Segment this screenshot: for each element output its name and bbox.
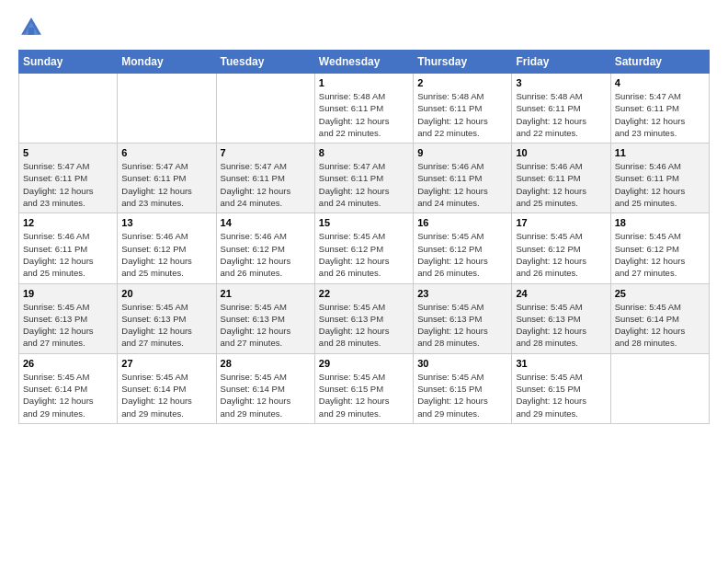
day-info: Sunrise: 5:45 AMSunset: 6:12 PMDaylight:… bbox=[417, 230, 507, 279]
calendar-cell: 12Sunrise: 5:46 AMSunset: 6:11 PMDayligh… bbox=[19, 213, 118, 283]
col-sunday: Sunday bbox=[19, 51, 118, 74]
day-info: Sunrise: 5:48 AMSunset: 6:11 PMDaylight:… bbox=[417, 90, 507, 139]
day-info: Sunrise: 5:48 AMSunset: 6:11 PMDaylight:… bbox=[516, 90, 606, 139]
day-number: 13 bbox=[121, 217, 211, 228]
day-info: Sunrise: 5:45 AMSunset: 6:13 PMDaylight:… bbox=[221, 301, 311, 350]
calendar-cell: 3Sunrise: 5:48 AMSunset: 6:11 PMDaylight… bbox=[512, 74, 610, 144]
day-info: Sunrise: 5:45 AMSunset: 6:13 PMDaylight:… bbox=[121, 301, 211, 350]
calendar-header-row: Sunday Monday Tuesday Wednesday Thursday… bbox=[19, 51, 710, 74]
calendar-week-row: 1Sunrise: 5:48 AMSunset: 6:11 PMDaylight… bbox=[19, 74, 710, 144]
col-friday: Friday bbox=[512, 51, 610, 74]
calendar-cell: 6Sunrise: 5:47 AMSunset: 6:11 PMDaylight… bbox=[118, 144, 216, 213]
day-info: Sunrise: 5:46 AMSunset: 6:11 PMDaylight:… bbox=[417, 160, 507, 209]
calendar-cell: 23Sunrise: 5:45 AMSunset: 6:13 PMDayligh… bbox=[414, 283, 512, 353]
day-info: Sunrise: 5:47 AMSunset: 6:11 PMDaylight:… bbox=[23, 160, 113, 209]
day-info: Sunrise: 5:45 AMSunset: 6:13 PMDaylight:… bbox=[516, 301, 606, 350]
col-monday: Monday bbox=[118, 51, 216, 74]
day-number: 17 bbox=[516, 217, 606, 228]
day-number: 12 bbox=[23, 217, 113, 228]
calendar-table: Sunday Monday Tuesday Wednesday Thursday… bbox=[18, 50, 710, 424]
day-info: Sunrise: 5:47 AMSunset: 6:11 PMDaylight:… bbox=[615, 90, 705, 139]
col-saturday: Saturday bbox=[610, 51, 709, 74]
svg-rect-2 bbox=[28, 28, 34, 35]
day-info: Sunrise: 5:45 AMSunset: 6:12 PMDaylight:… bbox=[615, 230, 705, 279]
calendar-cell: 8Sunrise: 5:47 AMSunset: 6:11 PMDaylight… bbox=[314, 144, 413, 213]
day-info: Sunrise: 5:45 AMSunset: 6:15 PMDaylight:… bbox=[319, 371, 409, 419]
day-info: Sunrise: 5:48 AMSunset: 6:11 PMDaylight:… bbox=[319, 90, 409, 139]
calendar-week-row: 5Sunrise: 5:47 AMSunset: 6:11 PMDaylight… bbox=[19, 144, 710, 213]
calendar-cell: 22Sunrise: 5:45 AMSunset: 6:13 PMDayligh… bbox=[314, 283, 413, 353]
logo bbox=[18, 15, 46, 40]
day-number: 29 bbox=[319, 358, 409, 369]
calendar-cell: 16Sunrise: 5:45 AMSunset: 6:12 PMDayligh… bbox=[414, 213, 512, 283]
day-number: 14 bbox=[221, 217, 311, 228]
day-info: Sunrise: 5:47 AMSunset: 6:11 PMDaylight:… bbox=[221, 160, 311, 209]
calendar-cell: 27Sunrise: 5:45 AMSunset: 6:14 PMDayligh… bbox=[118, 353, 216, 423]
calendar-cell bbox=[216, 74, 314, 144]
calendar-cell: 5Sunrise: 5:47 AMSunset: 6:11 PMDaylight… bbox=[19, 144, 118, 213]
day-number: 23 bbox=[417, 288, 507, 299]
day-number: 1 bbox=[319, 77, 409, 88]
header bbox=[18, 15, 710, 40]
day-number: 18 bbox=[615, 217, 705, 228]
calendar-cell bbox=[19, 74, 118, 144]
calendar-week-row: 12Sunrise: 5:46 AMSunset: 6:11 PMDayligh… bbox=[19, 213, 710, 283]
day-info: Sunrise: 5:45 AMSunset: 6:14 PMDaylight:… bbox=[615, 301, 705, 350]
day-number: 20 bbox=[121, 288, 211, 299]
day-info: Sunrise: 5:46 AMSunset: 6:11 PMDaylight:… bbox=[23, 230, 113, 279]
calendar-cell: 24Sunrise: 5:45 AMSunset: 6:13 PMDayligh… bbox=[512, 283, 610, 353]
calendar-cell: 18Sunrise: 5:45 AMSunset: 6:12 PMDayligh… bbox=[610, 213, 709, 283]
calendar-cell: 10Sunrise: 5:46 AMSunset: 6:11 PMDayligh… bbox=[512, 144, 610, 213]
day-number: 24 bbox=[516, 288, 606, 299]
day-number: 31 bbox=[516, 358, 606, 369]
day-info: Sunrise: 5:46 AMSunset: 6:12 PMDaylight:… bbox=[121, 230, 211, 279]
day-number: 22 bbox=[319, 288, 409, 299]
day-info: Sunrise: 5:45 AMSunset: 6:13 PMDaylight:… bbox=[417, 301, 507, 350]
calendar-cell: 13Sunrise: 5:46 AMSunset: 6:12 PMDayligh… bbox=[118, 213, 216, 283]
day-number: 21 bbox=[221, 288, 311, 299]
calendar-cell: 19Sunrise: 5:45 AMSunset: 6:13 PMDayligh… bbox=[19, 283, 118, 353]
calendar-cell bbox=[610, 353, 709, 423]
day-number: 15 bbox=[319, 217, 409, 228]
calendar-cell: 21Sunrise: 5:45 AMSunset: 6:13 PMDayligh… bbox=[216, 283, 314, 353]
calendar-cell: 17Sunrise: 5:45 AMSunset: 6:12 PMDayligh… bbox=[512, 213, 610, 283]
day-number: 3 bbox=[516, 77, 606, 88]
col-tuesday: Tuesday bbox=[216, 51, 314, 74]
day-number: 5 bbox=[23, 147, 113, 158]
calendar-cell: 31Sunrise: 5:45 AMSunset: 6:15 PMDayligh… bbox=[512, 353, 610, 423]
day-info: Sunrise: 5:45 AMSunset: 6:15 PMDaylight:… bbox=[516, 371, 606, 419]
day-number: 7 bbox=[221, 147, 311, 158]
calendar-cell: 15Sunrise: 5:45 AMSunset: 6:12 PMDayligh… bbox=[314, 213, 413, 283]
page: Sunday Monday Tuesday Wednesday Thursday… bbox=[0, 0, 728, 563]
calendar-cell bbox=[118, 74, 216, 144]
day-number: 26 bbox=[23, 358, 113, 369]
calendar-cell: 25Sunrise: 5:45 AMSunset: 6:14 PMDayligh… bbox=[610, 283, 709, 353]
day-info: Sunrise: 5:46 AMSunset: 6:11 PMDaylight:… bbox=[615, 160, 705, 209]
day-number: 27 bbox=[121, 358, 211, 369]
day-info: Sunrise: 5:45 AMSunset: 6:14 PMDaylight:… bbox=[23, 371, 113, 419]
day-number: 16 bbox=[417, 217, 507, 228]
day-number: 19 bbox=[23, 288, 113, 299]
calendar-cell: 30Sunrise: 5:45 AMSunset: 6:15 PMDayligh… bbox=[414, 353, 512, 423]
calendar-cell: 1Sunrise: 5:48 AMSunset: 6:11 PMDaylight… bbox=[314, 74, 413, 144]
day-info: Sunrise: 5:45 AMSunset: 6:12 PMDaylight:… bbox=[516, 230, 606, 279]
day-info: Sunrise: 5:45 AMSunset: 6:14 PMDaylight:… bbox=[121, 371, 211, 419]
calendar-cell: 9Sunrise: 5:46 AMSunset: 6:11 PMDaylight… bbox=[414, 144, 512, 213]
calendar-cell: 20Sunrise: 5:45 AMSunset: 6:13 PMDayligh… bbox=[118, 283, 216, 353]
calendar-cell: 11Sunrise: 5:46 AMSunset: 6:11 PMDayligh… bbox=[610, 144, 709, 213]
calendar-week-row: 19Sunrise: 5:45 AMSunset: 6:13 PMDayligh… bbox=[19, 283, 710, 353]
col-thursday: Thursday bbox=[414, 51, 512, 74]
day-info: Sunrise: 5:47 AMSunset: 6:11 PMDaylight:… bbox=[319, 160, 409, 209]
day-info: Sunrise: 5:45 AMSunset: 6:13 PMDaylight:… bbox=[319, 301, 409, 350]
day-number: 9 bbox=[417, 147, 507, 158]
calendar-cell: 14Sunrise: 5:46 AMSunset: 6:12 PMDayligh… bbox=[216, 213, 314, 283]
day-info: Sunrise: 5:45 AMSunset: 6:14 PMDaylight:… bbox=[221, 371, 311, 419]
day-info: Sunrise: 5:46 AMSunset: 6:12 PMDaylight:… bbox=[221, 230, 311, 279]
day-info: Sunrise: 5:45 AMSunset: 6:12 PMDaylight:… bbox=[319, 230, 409, 279]
day-number: 2 bbox=[417, 77, 507, 88]
col-wednesday: Wednesday bbox=[314, 51, 413, 74]
day-number: 10 bbox=[516, 147, 606, 158]
calendar-cell: 2Sunrise: 5:48 AMSunset: 6:11 PMDaylight… bbox=[414, 74, 512, 144]
day-number: 4 bbox=[615, 77, 705, 88]
calendar-cell: 29Sunrise: 5:45 AMSunset: 6:15 PMDayligh… bbox=[314, 353, 413, 423]
